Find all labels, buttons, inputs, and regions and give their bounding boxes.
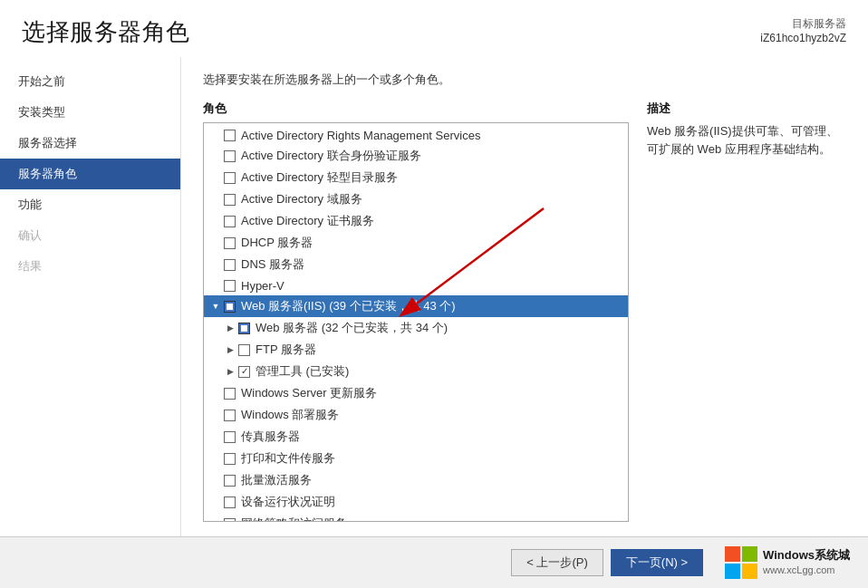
role-npas[interactable]: 网络策略和访问服务: [204, 513, 628, 522]
expand-icon-mgmt[interactable]: ▶: [224, 365, 236, 378]
role-label-batch: 批量激活服务: [241, 472, 312, 488]
role-label-iis: Web 服务器(IIS) (39 个已安装，共 43 个): [241, 298, 456, 314]
role-label-fax: 传真服务器: [241, 429, 300, 445]
sidebar-item-result: 结果: [0, 251, 180, 282]
role-checkbox-mgmt[interactable]: [238, 366, 250, 378]
svg-rect-1: [742, 546, 757, 562]
role-checkbox-ftp[interactable]: [238, 344, 250, 356]
prev-button[interactable]: < 上一步(P): [511, 549, 603, 576]
role-checkbox-iis[interactable]: [224, 301, 236, 313]
role-ad-rms[interactable]: Active Directory Rights Management Servi…: [204, 125, 628, 145]
expand-icon-iis-web[interactable]: ▶: [224, 322, 236, 334]
instruction-text: 选择要安装在所选服务器上的一个或多个角色。: [203, 72, 846, 88]
branding: Windows系统城 www.xcLgg.com: [725, 546, 850, 579]
role-label-wds: Windows 部署服务: [241, 407, 339, 423]
role-checkbox-device-health[interactable]: [224, 496, 236, 508]
role-ad-cs[interactable]: Active Directory 证书服务: [204, 210, 628, 232]
expand-icon-ftp[interactable]: ▶: [224, 343, 236, 356]
role-label-ad-fed: Active Directory 联合身份验证服务: [241, 148, 421, 164]
role-label-dns: DNS 服务器: [241, 256, 304, 273]
role-ad-fed[interactable]: Active Directory 联合身份验证服务: [204, 145, 628, 167]
role-wds[interactable]: Windows 部署服务: [204, 404, 628, 426]
role-checkbox-dhcp[interactable]: [224, 237, 236, 249]
role-label-wsus: Windows Server 更新服务: [241, 385, 377, 401]
brand-line2: www.xcLgg.com: [763, 564, 850, 576]
role-label-ad-cs: Active Directory 证书服务: [241, 213, 374, 229]
role-checkbox-hyperv[interactable]: [224, 280, 236, 292]
sidebar-item-before-start[interactable]: 开始之前: [0, 66, 180, 97]
role-fax[interactable]: 传真服务器: [204, 426, 628, 448]
role-label-ad-lds: Active Directory 轻型目录服务: [241, 169, 398, 186]
sidebar-item-server-roles[interactable]: 服务器角色: [0, 159, 180, 189]
role-label-npas: 网络策略和访问服务: [241, 516, 347, 522]
role-dns[interactable]: DNS 服务器: [204, 254, 628, 275]
role-checkbox-ad-fed[interactable]: [224, 150, 236, 162]
role-iis-web[interactable]: ▶ Web 服务器 (32 个已安装，共 34 个): [204, 317, 628, 339]
svg-rect-0: [725, 546, 740, 562]
role-label-ad-ds: Active Directory 域服务: [241, 191, 362, 207]
role-checkbox-ad-lds[interactable]: [224, 172, 236, 184]
roles-section: 角色 Active Directory Rights Management Se…: [203, 101, 629, 522]
role-checkbox-dns[interactable]: [224, 259, 236, 271]
panel-body: 角色 Active Directory Rights Management Se…: [203, 101, 846, 522]
role-wsus[interactable]: Windows Server 更新服务: [204, 382, 628, 404]
role-label-iis-web: Web 服务器 (32 个已安装，共 34 个): [256, 320, 448, 336]
svg-rect-3: [742, 564, 757, 579]
sidebar-item-features[interactable]: 功能: [0, 189, 180, 220]
description-header: 描述: [647, 101, 846, 117]
role-ad-lds[interactable]: Active Directory 轻型目录服务: [204, 167, 628, 188]
role-label-print: 打印和文件传服务: [241, 450, 335, 467]
top-bar: 选择服务器角色 目标服务器 iZ61hco1hyzb2vZ: [0, 0, 868, 57]
sidebar-item-install-type[interactable]: 安装类型: [0, 97, 180, 128]
role-checkbox-iis-web[interactable]: [238, 323, 250, 334]
role-dhcp[interactable]: DHCP 服务器: [204, 232, 628, 254]
brand-line1: Windows系统城: [763, 548, 850, 564]
role-checkbox-ad-ds[interactable]: [224, 194, 236, 206]
role-checkbox-npas[interactable]: [224, 518, 236, 523]
role-checkbox-batch[interactable]: [224, 475, 236, 487]
branding-text: Windows系统城 www.xcLgg.com: [763, 548, 850, 576]
role-checkbox-ad-rms[interactable]: [224, 130, 236, 141]
expand-icon-iis[interactable]: ▼: [209, 300, 222, 313]
role-checkbox-wds[interactable]: [224, 410, 236, 421]
description-section: 描述 Web 服务器(IIS)提供可靠、可管理、可扩展的 Web 应用程序基础结…: [647, 101, 846, 522]
role-checkbox-wsus[interactable]: [224, 388, 236, 400]
page-title: 选择服务器角色: [22, 16, 190, 48]
role-hyperv[interactable]: Hyper-V: [204, 275, 628, 295]
sidebar: 开始之前 安装类型 服务器选择 服务器角色 功能 确认 结果: [0, 57, 181, 536]
role-batch[interactable]: 批量激活服务: [204, 469, 628, 491]
sidebar-item-confirm: 确认: [0, 220, 180, 251]
roles-list-container[interactable]: Active Directory Rights Management Servi…: [203, 122, 629, 522]
next-button[interactable]: 下一页(N) >: [611, 549, 703, 576]
svg-rect-2: [725, 564, 740, 579]
roles-header: 角色: [203, 101, 629, 117]
role-checkbox-fax[interactable]: [224, 431, 236, 443]
target-server-name: iZ61hco1hyzb2vZ: [760, 32, 846, 44]
role-device-health[interactable]: 设备运行状况证明: [204, 491, 628, 513]
role-label-device-health: 设备运行状况证明: [241, 494, 335, 510]
main-window: 选择服务器角色 目标服务器 iZ61hco1hyzb2vZ 开始之前 安装类型 …: [0, 0, 868, 588]
target-server-info: 目标服务器 iZ61hco1hyzb2vZ: [760, 16, 846, 44]
role-iis[interactable]: ▼ Web 服务器(IIS) (39 个已安装，共 43 个): [204, 295, 628, 317]
role-mgmt[interactable]: ▶ 管理工具 (已安装): [204, 361, 628, 382]
role-checkbox-ad-cs[interactable]: [224, 216, 236, 227]
branding-logo: [725, 546, 757, 579]
role-checkbox-print[interactable]: [224, 453, 236, 465]
role-label-hyperv: Hyper-V: [241, 279, 285, 293]
role-label-mgmt: 管理工具 (已安装): [256, 363, 349, 380]
role-print[interactable]: 打印和文件传服务: [204, 448, 628, 469]
bottom-bar: < 上一步(P) 下一页(N) > Windows系统城 www.xcLgg.c…: [0, 536, 868, 588]
roles-list: Active Directory Rights Management Servi…: [204, 123, 628, 522]
role-label-ad-rms: Active Directory Rights Management Servi…: [241, 129, 480, 142]
sidebar-item-server-select[interactable]: 服务器选择: [0, 128, 180, 159]
content-area: 开始之前 安装类型 服务器选择 服务器角色 功能 确认 结果 选择要安装在所选服…: [0, 57, 868, 536]
main-panel: 选择要安装在所选服务器上的一个或多个角色。 角色 Active Director…: [181, 57, 868, 536]
role-ad-ds[interactable]: Active Directory 域服务: [204, 188, 628, 210]
target-server-label: 目标服务器: [760, 16, 846, 32]
description-text: Web 服务器(IIS)提供可靠、可管理、可扩展的 Web 应用程序基础结构。: [647, 122, 846, 158]
role-label-dhcp: DHCP 服务器: [241, 235, 313, 251]
role-label-ftp: FTP 服务器: [256, 342, 316, 358]
role-ftp[interactable]: ▶ FTP 服务器: [204, 339, 628, 361]
